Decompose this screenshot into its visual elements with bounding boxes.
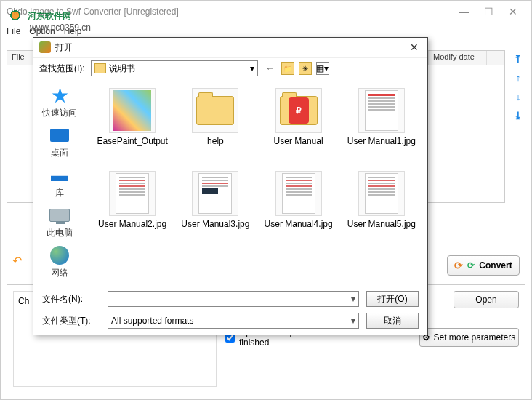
- desktop-icon: [50, 129, 69, 142]
- file-label: User Manual: [274, 136, 323, 146]
- file-item[interactable]: User Manual2.jpg: [92, 168, 172, 248]
- place-library[interactable]: ▬库: [48, 165, 71, 199]
- move-up-button[interactable]: ↑: [511, 71, 525, 85]
- move-down-button[interactable]: ↓: [511, 89, 525, 104]
- file-item[interactable]: help: [175, 85, 255, 165]
- place-network[interactable]: 网络: [48, 245, 71, 279]
- library-icon: ▬: [48, 165, 71, 185]
- file-label: User Manual3.jpg: [181, 219, 249, 229]
- file-item[interactable]: User Manual4.jpg: [259, 168, 339, 248]
- file-label: User Manual2.jpg: [98, 219, 166, 229]
- star-icon: ★: [48, 85, 71, 105]
- file-item[interactable]: User Manual5.jpg: [342, 168, 422, 248]
- dialog-close-button[interactable]: ✕: [407, 40, 422, 55]
- dialog-open-button[interactable]: 打开(O): [366, 291, 419, 307]
- lookup-folder-select[interactable]: 说明书 ▾: [91, 60, 258, 76]
- file-item[interactable]: User Manual1.jpg: [342, 85, 422, 165]
- maximize-button[interactable]: ☐: [476, 1, 501, 23]
- file-grid[interactable]: EasePaint_Outputhelp₽User ManualUser Man…: [86, 79, 427, 285]
- file-thumb: [109, 171, 156, 216]
- place-quick-access[interactable]: ★快速访问: [42, 85, 77, 119]
- watermark-logo-icon: [7, 7, 24, 24]
- close-button[interactable]: ✕: [501, 1, 525, 23]
- file-open-dialog: 打开 ✕ 查找范围(I): 说明书 ▾ ← 📁 ✳ ▦▾ ★快速访问 桌面 ▬库…: [33, 37, 428, 335]
- file-thumb: [358, 171, 405, 216]
- menu-file[interactable]: File: [7, 26, 20, 36]
- nav-back-button[interactable]: ←: [264, 62, 277, 75]
- file-label: User Manual5.jpg: [347, 219, 416, 229]
- nav-up-button[interactable]: 📁: [281, 62, 294, 75]
- main-window: 河东软件网 www.pc0359.cn Okdo Image to Swf Co…: [0, 0, 532, 400]
- filename-input[interactable]: [108, 291, 359, 307]
- set-parameters-button[interactable]: ⚙ Set more parameters: [419, 328, 519, 347]
- nav-newfolder-button[interactable]: ✳: [299, 62, 312, 75]
- file-item[interactable]: ₽User Manual: [259, 85, 339, 165]
- dialog-cancel-button[interactable]: 取消: [366, 313, 419, 329]
- move-bottom-button[interactable]: ⤓: [511, 108, 525, 123]
- file-item[interactable]: User Manual3.jpg: [175, 168, 255, 248]
- window-title: Okdo Image to Swf Converter [Unregistere…: [7, 7, 451, 17]
- file-label: User Manual4.jpg: [265, 219, 333, 229]
- ch-label: Ch: [18, 296, 29, 306]
- file-thumb: [358, 88, 405, 133]
- watermark-site: 河东软件网: [7, 7, 71, 24]
- dialog-app-icon: [39, 41, 51, 53]
- filetype-label: 文件类型(T):: [42, 315, 100, 327]
- file-item[interactable]: EasePaint_Output: [92, 85, 172, 165]
- dialog-title: 打开: [55, 41, 73, 54]
- file-label: help: [207, 136, 224, 146]
- file-thumb: ₽: [275, 88, 322, 133]
- file-label: User Manual1.jpg: [347, 136, 416, 146]
- open-output-button[interactable]: Open: [454, 291, 519, 308]
- places-sidebar: ★快速访问 桌面 ▬库 此电脑 网络: [33, 79, 86, 285]
- watermark-url: www.pc0359.cn: [30, 23, 91, 33]
- file-thumb: [192, 171, 238, 216]
- place-thispc[interactable]: 此电脑: [47, 205, 73, 239]
- file-label: EasePaint_Output: [97, 136, 167, 146]
- place-desktop[interactable]: 桌面: [48, 125, 71, 159]
- nav-view-button[interactable]: ▦▾: [316, 62, 329, 75]
- file-thumb: [275, 171, 322, 216]
- file-thumb: [109, 88, 156, 133]
- move-top-button[interactable]: ⤒: [511, 52, 525, 66]
- filename-label: 文件名(N):: [42, 293, 100, 305]
- file-thumb: [192, 88, 238, 133]
- minimize-button[interactable]: —: [451, 1, 476, 23]
- titlebar: Okdo Image to Swf Converter [Unregistere…: [1, 1, 531, 23]
- computer-icon: [49, 209, 70, 222]
- convert-icon: ⟳: [454, 260, 463, 271]
- globe-icon: [50, 246, 69, 265]
- folder-icon: [94, 63, 106, 73]
- undo-icon[interactable]: ↶: [12, 254, 22, 268]
- filetype-select[interactable]: All supported formats: [108, 313, 359, 329]
- convert-button[interactable]: ⟳⟳ Convert: [447, 255, 520, 276]
- lookup-label: 查找范围(I):: [39, 63, 85, 75]
- col-modify[interactable]: Modify date: [429, 51, 487, 65]
- reorder-buttons: ⤒ ↑ ↓ ⤓: [511, 52, 525, 123]
